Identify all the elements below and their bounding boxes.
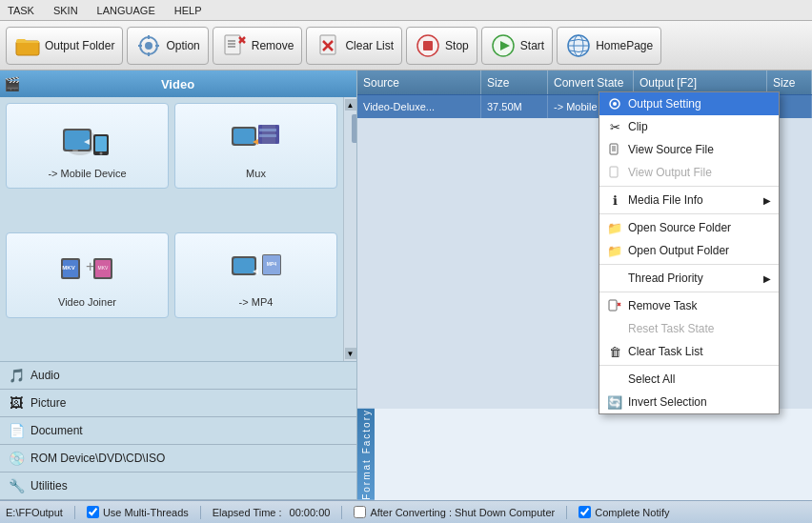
ctx-reset-task-state[interactable]: Reset Task State — [599, 317, 779, 340]
menu-skin[interactable]: SKIN — [50, 3, 82, 18]
open-output-folder-icon: 📁 — [607, 243, 622, 258]
col-source: Source — [357, 70, 481, 94]
ctx-select-all[interactable]: Select All — [599, 368, 779, 391]
svg-point-53 — [613, 102, 617, 106]
menu-bar: TASK SKIN LANGUAGE HELP — [0, 0, 812, 21]
homepage-icon — [565, 32, 592, 59]
sidebar-item-utilities[interactable]: 🔧 Utilities — [0, 473, 356, 500]
document-icon: 📄 — [8, 422, 25, 439]
audio-icon: 🎵 — [8, 367, 25, 384]
mp4-label: -> MP4 — [239, 296, 274, 308]
complete-notify-checkbox[interactable] — [579, 506, 591, 518]
multi-threads-section: Use Multi-Threads — [87, 506, 189, 518]
start-icon — [490, 32, 517, 59]
select-all-icon — [607, 372, 622, 387]
utilities-icon: 🔧 — [8, 477, 25, 494]
sidebar-item-rom[interactable]: 💿 ROM Device\DVD\CD\ISO — [0, 445, 356, 473]
output-folder-button[interactable]: Output Folder — [6, 27, 123, 65]
mux-icon — [228, 113, 285, 166]
status-divider-4 — [566, 506, 567, 519]
svg-rect-7 — [225, 35, 240, 54]
sidebar-item-document[interactable]: 📄 Document — [0, 417, 356, 445]
scroll-down-arrow[interactable]: ▼ — [345, 348, 356, 359]
mp4-icon: MP4 — [228, 242, 285, 294]
card-video-joiner[interactable]: MKV + MKV Video Joiner — [6, 232, 169, 318]
left-panel: 🎬 Video — [0, 70, 357, 500]
view-output-file-icon — [607, 165, 622, 180]
output-setting-icon — [607, 96, 622, 111]
ctx-divider-4 — [599, 292, 779, 292]
format-factory-stripe: Format Factory — [357, 409, 375, 500]
ctx-media-file-info[interactable]: ℹ Media File Info ▶ — [599, 189, 779, 211]
svg-point-2 — [145, 42, 152, 50]
svg-rect-58 — [610, 167, 618, 177]
menu-help[interactable]: HELP — [171, 3, 206, 18]
elapsed-time-section: Elapsed Time : 00:00:00 — [213, 507, 331, 518]
card-mux[interactable]: Mux — [174, 103, 337, 189]
sidebar-item-picture[interactable]: 🖼 Picture — [0, 390, 356, 417]
ctx-open-source-folder[interactable]: 📁 Open Source Folder — [599, 216, 779, 239]
category-grid: -> Mobile Device — [0, 97, 343, 361]
svg-rect-47 — [233, 258, 254, 273]
svg-rect-26 — [72, 150, 78, 151]
start-button[interactable]: Start — [481, 27, 553, 65]
menu-task[interactable]: TASK — [4, 3, 38, 18]
ctx-output-setting[interactable]: Output Setting — [599, 92, 779, 115]
left-panel-header: 🎬 Video — [0, 70, 356, 97]
option-button[interactable]: Option — [127, 27, 208, 65]
scroll-thumb[interactable] — [352, 114, 357, 143]
clear-list-button[interactable]: Clear List — [306, 27, 402, 65]
stop-label: Stop — [445, 39, 469, 52]
ctx-thread-priority[interactable]: Thread Priority ▶ — [599, 267, 779, 290]
sidebar-item-audio[interactable]: 🎵 Audio — [0, 362, 356, 390]
open-source-folder-icon: 📁 — [607, 220, 622, 235]
elapsed-value: 00:00:00 — [290, 507, 331, 518]
ctx-invert-selection[interactable]: 🔄 Invert Selection — [599, 391, 779, 413]
folder-icon — [14, 32, 41, 59]
option-label: Option — [166, 39, 199, 52]
svg-rect-37 — [259, 134, 276, 137]
option-icon — [135, 32, 162, 59]
after-converting-label: After Converting : Shut Down Computer — [370, 507, 555, 518]
left-panel-title: Video — [161, 77, 194, 91]
svg-rect-0 — [16, 41, 39, 55]
stop-button[interactable]: Stop — [406, 27, 477, 65]
card-mobile-device[interactable]: -> Mobile Device — [6, 103, 169, 189]
svg-text:MKV: MKV — [97, 265, 109, 271]
clear-list-label: Clear List — [345, 39, 394, 52]
homepage-button[interactable]: HomePage — [557, 27, 661, 65]
td-size: 37.50M — [481, 95, 548, 118]
after-converting-checkbox[interactable] — [354, 506, 366, 518]
scroll-up-arrow[interactable]: ▲ — [345, 99, 356, 111]
svg-text:MKV: MKV — [62, 265, 74, 271]
status-divider-1 — [74, 506, 75, 519]
output-path-section: E:\FFOutput — [6, 507, 63, 518]
media-info-arrow: ▶ — [763, 195, 771, 206]
svg-rect-59 — [609, 300, 617, 311]
card-mp4[interactable]: MP4 -> MP4 — [174, 232, 337, 318]
svg-text:MP4: MP4 — [266, 261, 276, 267]
ctx-open-output-folder[interactable]: 📁 Open Output Folder — [599, 239, 779, 262]
remove-task-icon — [607, 298, 622, 313]
output-folder-label: Output Folder — [45, 39, 114, 52]
clip-icon: ✂ — [607, 119, 622, 134]
svg-rect-25 — [65, 131, 90, 150]
td-source: Video-Deluxe... — [357, 95, 481, 118]
ctx-clip[interactable]: ✂ Clip — [599, 115, 779, 138]
ctx-remove-task[interactable]: Remove Task — [599, 294, 779, 317]
clear-list-icon — [315, 32, 341, 59]
remove-button[interactable]: Remove — [213, 27, 303, 65]
svg-rect-32 — [233, 129, 254, 144]
svg-rect-17 — [423, 41, 433, 50]
left-scrollbar[interactable]: ▲ ▼ — [343, 97, 356, 361]
ctx-divider-1 — [599, 186, 779, 187]
film-icon: 🎬 — [4, 76, 20, 91]
clear-task-list-icon: 🗑 — [607, 344, 622, 359]
ctx-view-source-file[interactable]: View Source File — [599, 138, 779, 161]
mobile-device-icon — [59, 113, 116, 166]
side-list: 🎵 Audio 🖼 Picture 📄 Document 💿 ROM Devic… — [0, 361, 356, 500]
ctx-clear-task-list[interactable]: 🗑 Clear Task List — [599, 340, 779, 363]
menu-language[interactable]: LANGUAGE — [93, 3, 159, 18]
ctx-view-output-file[interactable]: View Output File — [599, 161, 779, 184]
use-multi-threads-checkbox[interactable] — [87, 506, 99, 518]
